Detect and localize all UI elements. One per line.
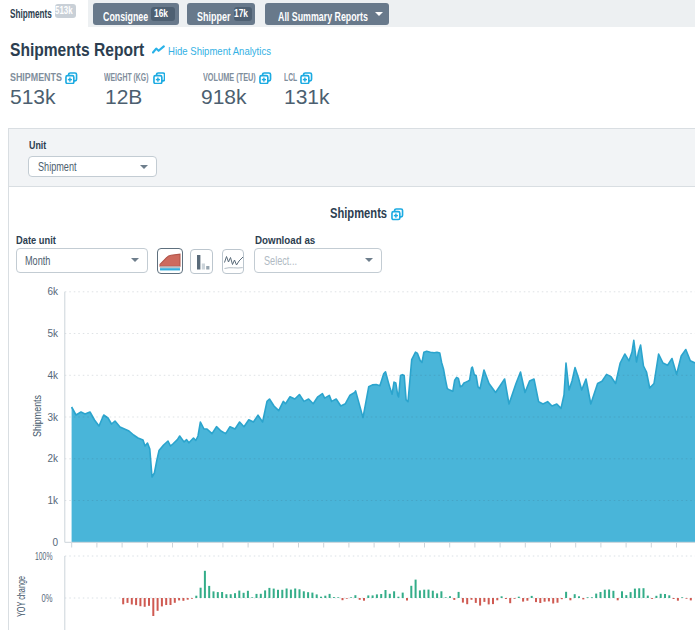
- svg-text:4k: 4k: [47, 370, 59, 381]
- svg-text:Shipments: Shipments: [31, 395, 43, 437]
- svg-text:1k: 1k: [47, 495, 59, 506]
- svg-text:3k: 3k: [47, 412, 59, 423]
- svg-text:2k: 2k: [47, 453, 59, 464]
- svg-text:0%: 0%: [42, 593, 53, 604]
- svg-text:0: 0: [52, 537, 58, 548]
- svg-text:100%: 100%: [35, 551, 53, 562]
- svg-text:YOY change: YOY change: [15, 576, 27, 617]
- svg-text:5k: 5k: [47, 328, 59, 339]
- svg-text:6k: 6k: [47, 286, 59, 297]
